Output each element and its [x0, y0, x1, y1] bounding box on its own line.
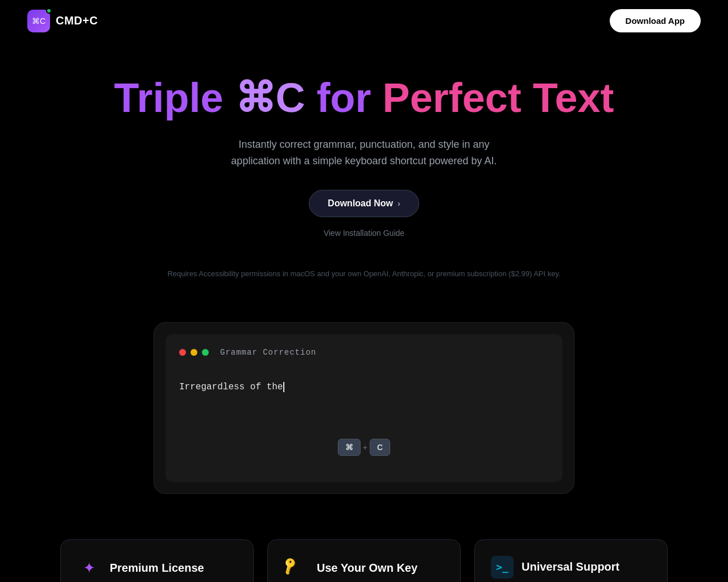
key-cmd: ⌘	[338, 439, 361, 456]
universal-icon: >_	[491, 556, 514, 579]
window-title: Grammar Correction	[220, 348, 316, 357]
download-now-button[interactable]: Download Now ›	[309, 190, 419, 217]
title-word-perfect-text: Perfect Text	[383, 75, 614, 120]
demo-text-display: Irregardless of the	[179, 375, 549, 421]
universal-title: Universal Support	[522, 560, 619, 573]
feature-header-own-key: 🔑 Use Your Own Key	[284, 556, 444, 581]
view-installation-link[interactable]: View Installation Guide	[324, 228, 404, 238]
logo-icon: ⌘C	[27, 10, 50, 32]
text-cursor	[283, 382, 284, 392]
shortcut-display: ⌘ + C	[179, 439, 549, 456]
window-controls: Grammar Correction	[179, 348, 549, 357]
feature-card-universal: >_ Universal Support Works in any applic…	[474, 539, 668, 582]
chevron-right-icon: ›	[398, 199, 400, 208]
logo-dot	[46, 8, 52, 14]
window-minimize-dot	[191, 349, 197, 356]
logo-text: CMD+C	[56, 14, 98, 27]
title-word-for: for	[317, 75, 383, 120]
feature-header-universal: >_ Universal Support	[491, 556, 651, 579]
feature-card-own-key: 🔑 Use Your Own Key Connect your OpenAI/A…	[267, 539, 461, 582]
window-maximize-dot	[202, 349, 209, 356]
hero-section: Triple ⌘C for Perfect Text Instantly cor…	[0, 41, 728, 322]
window-close-dot	[179, 349, 186, 356]
demo-container: Grammar Correction Irregardless of the ⌘…	[0, 322, 728, 494]
features-section: ✦ Premium License Just $2.99/month for 7…	[0, 528, 728, 582]
demo-outer-box: Grammar Correction Irregardless of the ⌘…	[154, 322, 574, 494]
premium-icon: ✦	[77, 556, 102, 581]
requirements-text: Requires Accessibility permissions in ma…	[165, 269, 563, 278]
logo-symbol: ⌘C	[32, 16, 46, 26]
title-cmd-symbol: ⌘C	[235, 75, 305, 120]
title-word-triple: Triple	[114, 75, 235, 120]
key-plus-sign: +	[363, 443, 367, 452]
key-c: C	[370, 439, 390, 456]
nav-logo: ⌘C CMD+C	[27, 10, 98, 32]
download-now-label: Download Now	[328, 198, 393, 209]
hero-subtitle: Instantly correct grammar, punctuation, …	[205, 136, 523, 169]
download-app-button[interactable]: Download App	[610, 9, 701, 32]
demo-inner-box: Grammar Correction Irregardless of the ⌘…	[166, 334, 562, 482]
navbar: ⌘C CMD+C Download App	[0, 0, 728, 41]
hero-title: Triple ⌘C for Perfect Text	[27, 76, 701, 120]
premium-title: Premium License	[110, 562, 204, 575]
own-key-icon: 🔑	[279, 551, 313, 582]
feature-card-premium: ✦ Premium License Just $2.99/month for 7…	[60, 539, 254, 582]
feature-header-premium: ✦ Premium License	[77, 556, 237, 581]
own-key-title: Use Your Own Key	[317, 562, 417, 575]
